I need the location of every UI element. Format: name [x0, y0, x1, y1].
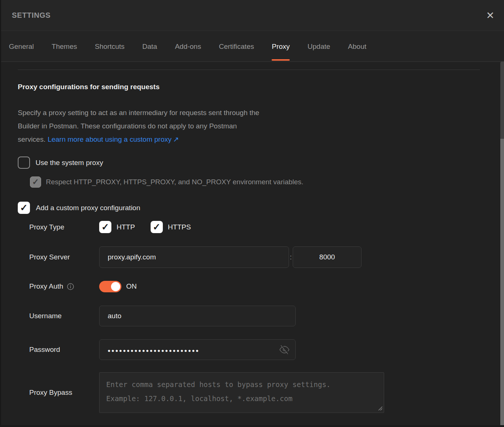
- http-checkbox[interactable]: ✓: [99, 221, 111, 233]
- tab-data[interactable]: Data: [142, 31, 157, 61]
- check-icon: ✓: [32, 178, 39, 186]
- use-system-proxy-checkbox[interactable]: [18, 157, 30, 169]
- proxy-server-row: Proxy Server :: [29, 246, 362, 268]
- respect-env-row: ✓ Respect HTTP_PROXY, HTTPS_PROXY, and N…: [30, 176, 303, 188]
- username-row: Username: [29, 306, 296, 326]
- password-masked-value: ••••••••••••••••••••••••: [108, 345, 199, 354]
- proxy-bypass-label: Proxy Bypass: [29, 389, 99, 397]
- tab-label: Certificates: [219, 43, 254, 51]
- proxy-port-input[interactable]: [293, 246, 362, 268]
- toggle-knob: [111, 282, 120, 291]
- respect-env-checkbox: ✓: [30, 176, 41, 188]
- custom-proxy-checkbox[interactable]: ✓: [18, 202, 30, 214]
- username-label: Username: [29, 312, 99, 320]
- tab-label: Add-ons: [175, 43, 201, 51]
- tab-general[interactable]: General: [9, 31, 34, 61]
- respect-env-label: Respect HTTP_PROXY, HTTPS_PROXY, and NO_…: [46, 178, 303, 186]
- check-icon: ✓: [20, 203, 28, 212]
- scrollbar-thumb[interactable]: [500, 139, 504, 427]
- proxy-bypass-field: [99, 372, 384, 413]
- password-row: Password ••••••••••••••••••••••••: [29, 339, 296, 360]
- settings-tabbar: General Themes Shortcuts Data Add-ons Ce…: [0, 31, 504, 62]
- tab-label: Update: [308, 43, 330, 51]
- active-tab-indicator: [272, 59, 290, 61]
- scrollbar-track[interactable]: [500, 61, 504, 139]
- section-description: Specify a proxy setting to act as an int…: [18, 106, 259, 146]
- external-link-arrow-icon: ↗: [173, 135, 179, 143]
- http-label: HTTP: [117, 223, 135, 231]
- https-label: HTTPS: [168, 223, 191, 231]
- divider: [18, 70, 480, 70]
- proxy-auth-label: Proxy Auth: [29, 282, 63, 290]
- proxy-settings-panel: Proxy configurations for sending request…: [0, 62, 504, 427]
- password-input[interactable]: ••••••••••••••••••••••••: [99, 339, 296, 360]
- settings-dialog: SETTINGS ✕ General Themes Shortcuts Data…: [0, 0, 504, 427]
- dialog-title: SETTINGS: [12, 11, 51, 20]
- host-port-separator: :: [289, 253, 292, 261]
- tab-about[interactable]: About: [348, 31, 366, 61]
- description-line: Builder in Postman. These configurations…: [18, 122, 237, 130]
- tab-label: General: [9, 43, 34, 51]
- toggle-password-visibility-icon[interactable]: [279, 345, 289, 355]
- tab-proxy[interactable]: Proxy: [272, 31, 290, 61]
- username-input[interactable]: [99, 306, 296, 326]
- tab-label: Data: [142, 43, 157, 51]
- learn-more-link[interactable]: Learn more about using a custom proxy↗: [48, 135, 179, 143]
- proxy-bypass-textarea[interactable]: [99, 372, 384, 413]
- tab-themes[interactable]: Themes: [52, 31, 77, 61]
- tab-shortcuts[interactable]: Shortcuts: [95, 31, 124, 61]
- info-icon[interactable]: [67, 283, 74, 290]
- proxy-auth-state: ON: [126, 282, 137, 290]
- system-proxy-row: Use the system proxy: [18, 157, 103, 169]
- proxy-host-input[interactable]: [99, 246, 289, 268]
- description-line: Specify a proxy setting to act as an int…: [18, 109, 259, 117]
- tab-label: Proxy: [272, 43, 290, 51]
- tab-label: Themes: [52, 43, 77, 51]
- proxy-auth-row: Proxy Auth ON: [29, 280, 137, 293]
- tab-addons[interactable]: Add-ons: [175, 31, 201, 61]
- custom-proxy-label: Add a custom proxy configuration: [36, 204, 140, 212]
- check-icon: ✓: [101, 222, 109, 232]
- custom-proxy-row: ✓ Add a custom proxy configuration: [18, 202, 140, 214]
- description-line: services.: [18, 135, 46, 143]
- window-left-edge: [0, 0, 1, 427]
- tab-certificates[interactable]: Certificates: [219, 31, 254, 61]
- window-bottom-edge: [0, 425, 504, 427]
- proxy-type-row: Proxy Type ✓ HTTP ✓ HTTPS: [29, 221, 191, 233]
- tab-label: Shortcuts: [95, 43, 124, 51]
- proxy-auth-toggle[interactable]: [99, 281, 121, 292]
- proxy-type-label: Proxy Type: [29, 223, 99, 231]
- password-label: Password: [29, 346, 99, 354]
- dialog-header: SETTINGS ✕: [0, 0, 504, 31]
- tab-update[interactable]: Update: [308, 31, 330, 61]
- section-heading: Proxy configurations for sending request…: [18, 83, 159, 91]
- proxy-server-label: Proxy Server: [29, 253, 99, 261]
- check-icon: ✓: [153, 222, 161, 232]
- https-checkbox[interactable]: ✓: [151, 221, 163, 233]
- close-icon[interactable]: ✕: [484, 9, 496, 22]
- use-system-proxy-label: Use the system proxy: [36, 159, 103, 167]
- tab-label: About: [348, 43, 366, 51]
- proxy-bypass-row: Proxy Bypass: [29, 372, 384, 413]
